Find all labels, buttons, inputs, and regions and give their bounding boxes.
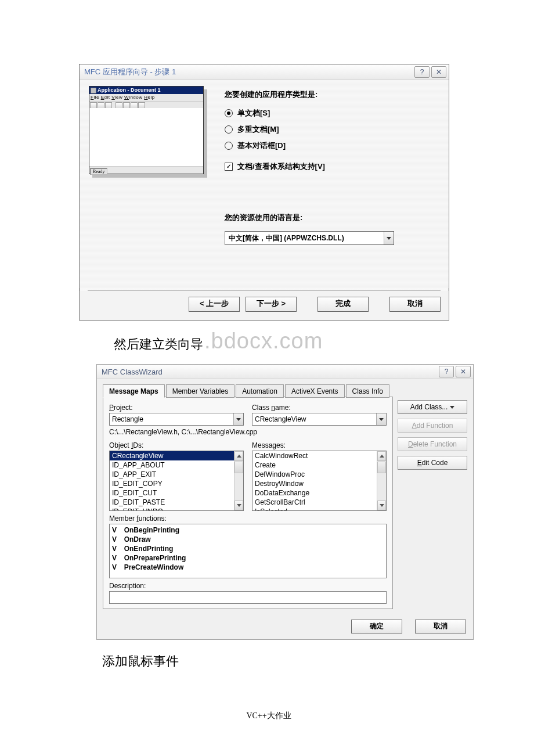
add-class-button[interactable]: Add Class... (398, 400, 467, 414)
wizard-title: MFC 应用程序向导 - 步骤 1 (84, 67, 176, 77)
checkbox-icon: ✓ (225, 163, 233, 171)
preview-menubar: File Edit View Window Help (89, 94, 203, 101)
list-item[interactable]: ID_EDIT_PASTE (110, 498, 234, 507)
ok-button[interactable]: 确定 (351, 620, 402, 633)
classwizard-titlebar: MFC ClassWizard ? ✕ (97, 365, 473, 379)
list-item[interactable]: V OnPreparePrinting (112, 553, 384, 563)
project-label: Project: (109, 404, 244, 412)
scroll-up-icon[interactable] (377, 451, 386, 461)
tab-message-maps[interactable]: Message Maps (103, 384, 165, 398)
description-label: Description: (109, 582, 387, 590)
tab-panel: Project: Rectangle Class name: CRectangl… (103, 397, 393, 609)
caption-text: 然后建立类向导 .bdocx.com (114, 329, 459, 354)
radio-icon (225, 142, 233, 150)
radio-dialog[interactable]: 基本对话框[D] (225, 141, 441, 151)
close-button[interactable]: ✕ (456, 366, 471, 377)
help-button[interactable]: ? (439, 366, 454, 377)
list-item[interactable]: V OnEndPrinting (112, 544, 384, 553)
scrollbar[interactable] (377, 451, 386, 510)
cancel-button[interactable]: 取消 (389, 297, 441, 312)
mfc-wizard-dialog: MFC 应用程序向导 - 步骤 1 ? ✕ Application - Docu… (79, 64, 449, 321)
tab-automation[interactable]: Automation (236, 384, 284, 398)
question-language: 您的资源使用的语言是: (225, 213, 441, 223)
classwizard-tabs: Message Maps Member Variables Automation… (103, 384, 393, 397)
radio-multi-doc[interactable]: 多重文档[M] (225, 124, 441, 135)
messages-list[interactable]: CalcWindowRect Create DefWindowProc Dest… (252, 451, 387, 511)
scroll-thumb[interactable] (377, 462, 386, 473)
chevron-down-icon (384, 232, 394, 244)
caption-mouse-event: 添加鼠标事件 (102, 653, 459, 670)
list-item[interactable]: CRectangleView (110, 451, 234, 460)
caption-zh: 然后建立类向导 (114, 336, 203, 353)
scroll-thumb[interactable] (234, 462, 243, 473)
list-item[interactable]: GetScrollBarCtrl (252, 498, 377, 507)
radio-dialog-label: 基本对话框[D] (237, 141, 286, 151)
preview-app-title: Application - Document 1 (98, 87, 161, 94)
watermark-text: .bdocx.com (204, 329, 323, 354)
scroll-down-icon[interactable] (234, 501, 243, 510)
finish-button[interactable]: 完成 (317, 297, 369, 312)
cancel-button[interactable]: 取消 (415, 620, 466, 633)
list-item[interactable]: ID_EDIT_CUT (110, 488, 234, 498)
scrollbar[interactable] (234, 451, 243, 510)
language-dropdown[interactable]: 中文[简体，中国] (APPWZCHS.DLL) (225, 231, 394, 245)
messages-label: Messages: (252, 441, 387, 449)
description-box (109, 591, 387, 604)
chevron-down-icon (376, 413, 386, 425)
preview-titlebar: Application - Document 1 (89, 87, 203, 94)
list-item[interactable]: IsSelected (252, 507, 377, 510)
edit-code-button[interactable]: Edit Code (398, 456, 467, 470)
wizard-titlebar: MFC 应用程序向导 - 步骤 1 ? ✕ (80, 64, 449, 80)
list-item[interactable]: ID_APP_EXIT (110, 470, 234, 479)
list-item[interactable]: CalcWindowRect (252, 451, 377, 460)
next-button[interactable]: 下一步 > (246, 297, 297, 312)
list-item[interactable]: DoDataExchange (252, 488, 377, 498)
list-item[interactable]: V OnDraw (112, 535, 384, 544)
question-app-type: 您要创建的应用程序类型是: (225, 89, 441, 100)
radio-multi-doc-label: 多重文档[M] (237, 124, 279, 135)
tab-class-info[interactable]: Class Info (346, 384, 389, 398)
list-item[interactable]: DefWindowProc (252, 470, 377, 479)
memberfuncs-label: Member functions: (109, 514, 387, 523)
list-item[interactable]: ID_EDIT_COPY (110, 479, 234, 488)
back-button[interactable]: < 上一步 (189, 297, 240, 312)
side-buttons: Add Class... Add Function Delete Functio… (398, 384, 467, 609)
member-functions-list[interactable]: V OnBeginPrinting V OnDraw V OnEndPrinti… (109, 524, 387, 578)
list-item[interactable]: DestroyWindow (252, 479, 377, 488)
app-preview: Application - Document 1 File Edit View … (89, 86, 211, 185)
list-item[interactable]: V OnBeginPrinting (112, 525, 384, 535)
chevron-down-icon (450, 406, 454, 409)
preview-status-text: Ready (90, 168, 107, 175)
scroll-down-icon[interactable] (377, 501, 386, 510)
list-item[interactable]: ID_APP_ABOUT (110, 460, 234, 470)
project-combo[interactable]: Rectangle (109, 413, 244, 426)
radio-icon (225, 109, 233, 117)
list-item[interactable]: V PreCreateWindow (112, 563, 384, 572)
radio-single-doc[interactable]: 单文档[S] (225, 108, 441, 118)
classname-value: CRectangleView (252, 415, 376, 423)
checkbox-docview-label: 文档/查看体系结构支持[V] (237, 161, 325, 172)
mfc-classwizard-dialog: MFC ClassWizard ? ✕ Message Maps Member … (96, 364, 474, 640)
object-ids-list[interactable]: CRectangleView ID_APP_ABOUT ID_APP_EXIT … (109, 451, 244, 511)
radio-single-doc-label: 单文档[S] (237, 108, 270, 118)
tab-activex-events[interactable]: ActiveX Events (285, 384, 345, 398)
file-path: C:\...\RectangleView.h, C:\...\Rectangle… (109, 428, 387, 436)
objectids-label: Object IDs: (109, 441, 244, 449)
add-function-button[interactable]: Add Function (398, 419, 467, 433)
preview-statusbar: Ready (89, 166, 203, 174)
classname-label: Class name: (252, 404, 387, 412)
list-item[interactable]: Create (252, 460, 377, 470)
classwizard-title: MFC ClassWizard (102, 368, 163, 376)
project-value: Rectangle (110, 415, 233, 423)
close-button[interactable]: ✕ (431, 66, 446, 78)
scroll-up-icon[interactable] (234, 451, 243, 461)
tab-member-variables[interactable]: Member Variables (166, 384, 234, 398)
classname-combo[interactable]: CRectangleView (252, 413, 387, 426)
list-item[interactable]: ID_EDIT_UNDO (110, 507, 234, 510)
delete-function-button[interactable]: Delete Function (398, 437, 467, 451)
footer-text: VC++大作业 (79, 711, 459, 721)
language-value: 中文[简体，中国] (APPWZCHS.DLL) (225, 233, 384, 243)
radio-icon (225, 125, 233, 134)
help-button[interactable]: ? (414, 66, 430, 78)
checkbox-docview[interactable]: ✓ 文档/查看体系结构支持[V] (225, 161, 441, 172)
